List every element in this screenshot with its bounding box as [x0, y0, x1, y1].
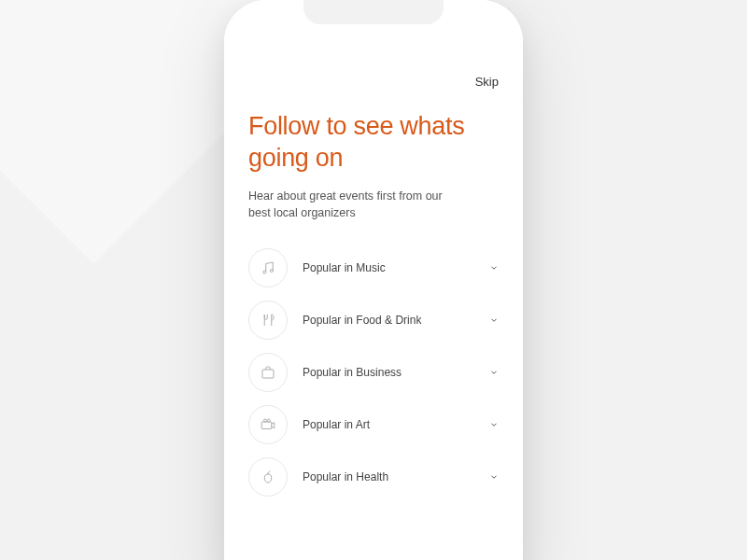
category-row-business[interactable]: Popular in Business: [248, 353, 499, 392]
category-row-food[interactable]: Popular in Food & Drink: [248, 301, 499, 340]
svg-rect-3: [261, 422, 272, 429]
category-label: Popular in Business: [303, 366, 489, 379]
svg-point-5: [267, 419, 270, 422]
category-row-art[interactable]: Popular in Art: [248, 405, 499, 444]
food-icon: [248, 301, 288, 340]
camera-icon: [248, 405, 288, 444]
category-label: Popular in Music: [303, 261, 489, 274]
skip-button[interactable]: Skip: [475, 75, 499, 89]
svg-point-1: [270, 270, 273, 273]
category-row-music[interactable]: Popular in Music: [248, 248, 499, 287]
phone-notch: [303, 0, 444, 24]
screen: Skip Follow to see whats going on Hear a…: [224, 0, 523, 560]
svg-rect-2: [262, 370, 274, 378]
category-row-health[interactable]: Popular in Health: [248, 457, 499, 497]
category-label: Popular in Food & Drink: [303, 314, 489, 327]
top-bar: Skip: [248, 75, 499, 89]
svg-point-0: [263, 271, 266, 273]
chevron-down-icon: [489, 259, 499, 276]
svg-point-4: [264, 419, 267, 422]
page-subtitle: Hear about great events first from our b…: [248, 188, 463, 223]
briefcase-icon: [248, 353, 288, 392]
category-list: Popular in Music Popular in Food & Drink: [248, 248, 499, 497]
apple-icon: [248, 457, 288, 497]
chevron-down-icon: [489, 416, 499, 433]
chevron-down-icon: [489, 364, 499, 381]
page-title: Follow to see whats going on: [248, 111, 499, 175]
music-icon: [248, 248, 288, 287]
chevron-down-icon: [489, 312, 499, 329]
phone-frame: Skip Follow to see whats going on Hear a…: [224, 0, 523, 560]
category-label: Popular in Health: [303, 470, 489, 483]
category-label: Popular in Art: [303, 418, 489, 431]
chevron-down-icon: [489, 469, 499, 485]
